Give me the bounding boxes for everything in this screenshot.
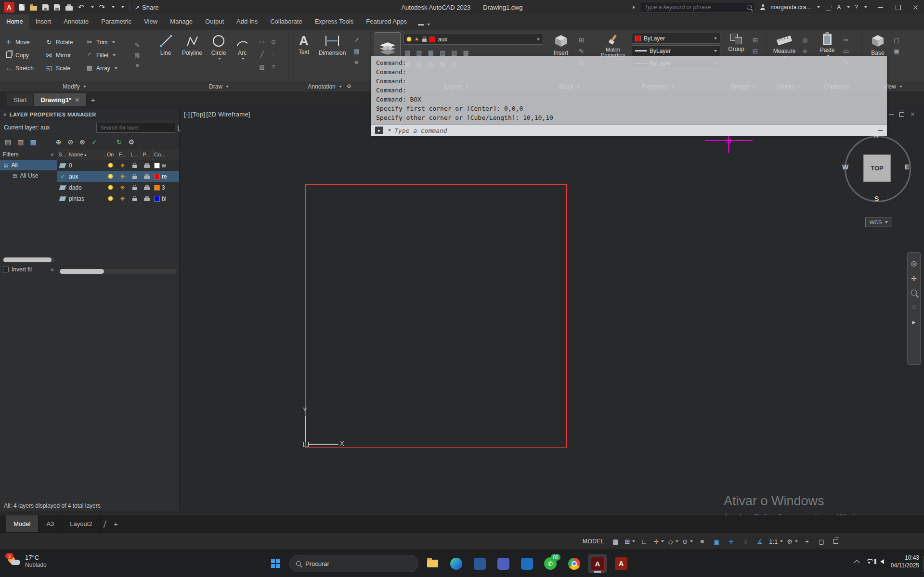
mirror-button[interactable]: ⋈Mirror <box>45 51 86 59</box>
refresh-icon[interactable]: ↻ <box>117 138 122 146</box>
donut-tool-icon[interactable]: ⊙ <box>271 38 276 45</box>
layer-states-icon[interactable]: ▦ <box>30 138 36 146</box>
filter-tree-all-used[interactable]: ▤ All Use <box>0 170 57 181</box>
group-button[interactable]: Group <box>724 30 749 55</box>
stretch-button[interactable]: ↔Stretch <box>5 64 45 72</box>
circle-button[interactable]: Circle <box>206 30 231 73</box>
group-tool-icon[interactable]: ⊟ <box>753 48 758 55</box>
filter-tree-all[interactable]: ▤ All <box>0 160 57 170</box>
copy-button[interactable]: Copy <box>5 51 45 59</box>
new-layout-button[interactable]: + <box>109 520 123 528</box>
sun-icon[interactable]: ☀ <box>120 196 125 202</box>
sun-icon[interactable]: ☀ <box>120 163 125 168</box>
command-prompt-icon[interactable]: ▸ <box>375 127 383 134</box>
annotation-scale-control[interactable]: 1:1 <box>767 536 785 547</box>
layer-search[interactable] <box>96 123 175 133</box>
command-input-bar[interactable]: ▸ Type a command <box>371 124 887 136</box>
tab-collaborate[interactable]: Collaborate <box>264 14 309 30</box>
color-swatch[interactable] <box>154 196 160 202</box>
weather-widget[interactable]: 3 17°C Nublado <box>8 554 47 568</box>
teams-icon[interactable] <box>494 554 513 573</box>
help-icon[interactable]: ? <box>855 4 858 11</box>
sun-icon[interactable]: ☀ <box>120 174 125 180</box>
tab-manage[interactable]: Manage <box>164 14 199 30</box>
clock[interactable]: 10:43 04/11/2025 <box>891 554 919 569</box>
object-snap-toggle[interactable]: ⊙ <box>680 536 695 547</box>
units-toggle[interactable]: ◌ <box>738 536 753 547</box>
group-tool-icon[interactable]: ⊞ <box>753 37 758 44</box>
tab-output[interactable]: Output <box>199 14 230 30</box>
command-options-caret-icon[interactable] <box>388 129 391 131</box>
command-input-placeholder[interactable]: Type a command <box>394 127 447 134</box>
doc-minimize-icon[interactable] <box>889 114 894 115</box>
view-tool-icon[interactable]: ▣ <box>894 48 899 55</box>
tab-layout2[interactable]: Layout2 <box>62 515 100 532</box>
layer-dropdown[interactable]: ☀ aux <box>403 34 543 45</box>
minimize-button[interactable] <box>872 0 889 14</box>
printer-icon[interactable] <box>144 176 150 179</box>
lineweight-toggle[interactable]: ≡ <box>695 536 709 547</box>
add-status-icons-button[interactable]: + <box>800 536 814 547</box>
undo-caret-icon[interactable] <box>91 6 94 8</box>
new-property-filter-icon[interactable]: ▤ <box>5 138 11 146</box>
save-as-icon[interactable] <box>54 4 60 11</box>
tray-overflow-icon[interactable] <box>854 560 860 566</box>
measure-button[interactable]: Measure <box>770 30 798 58</box>
panel-label-draw[interactable]: Draw <box>149 81 288 91</box>
bulb-icon[interactable] <box>108 174 113 179</box>
share-button[interactable]: ↗ Share <box>134 4 159 11</box>
fillet-button[interactable]: ◜Fillet <box>86 51 130 59</box>
close-tab-icon[interactable] <box>75 98 79 102</box>
whatsapp-icon[interactable]: ✆ 80 <box>541 554 560 573</box>
save-icon[interactable] <box>42 4 49 11</box>
layer-tool-icon[interactable]: ▦ <box>428 49 434 56</box>
layer-row-pintas[interactable]: pintas ☀ bl <box>57 193 179 204</box>
wrench-icon[interactable]: ⚙ <box>347 83 351 90</box>
autocad-app-icon[interactable]: A <box>4 2 14 13</box>
tab-start[interactable]: Start <box>7 93 34 106</box>
snap-toggle[interactable]: ⊞ <box>623 536 637 547</box>
utility-tool-icon[interactable]: ◎ <box>802 37 807 44</box>
start-button[interactable] <box>266 554 285 573</box>
ortho-toggle[interactable]: ∟ <box>637 536 651 547</box>
open-file-icon[interactable] <box>30 6 37 11</box>
layer-row-0[interactable]: 0 ☀ w <box>57 160 179 171</box>
bulb-icon[interactable] <box>108 196 113 201</box>
new-layer-vp-icon[interactable]: ⊘ <box>67 138 73 146</box>
viewport-minimize-control[interactable]: [-] <box>184 111 190 118</box>
base-button[interactable]: Base <box>866 30 890 56</box>
lines-icon[interactable]: ≡ <box>135 62 139 69</box>
viewcube-south[interactable]: S <box>874 195 879 203</box>
collapse-filters-icon[interactable]: « <box>51 151 54 158</box>
tab-home[interactable]: Home <box>0 14 29 30</box>
set-current-icon[interactable]: ✓ <box>91 138 97 146</box>
tab-featured-apps[interactable]: Featured Apps <box>360 14 413 30</box>
edge-icon[interactable] <box>446 554 466 573</box>
leader-icon[interactable]: ↗ <box>354 37 359 44</box>
redo-caret-icon[interactable] <box>112 6 115 8</box>
trim-button[interactable]: ✂Trim <box>86 38 130 46</box>
pan-icon[interactable]: ✛ <box>911 275 917 282</box>
zoom-icon[interactable] <box>911 290 917 296</box>
color-swatch[interactable] <box>154 185 160 191</box>
redo-icon[interactable]: ↷ <box>99 3 105 12</box>
printer-icon[interactable] <box>144 165 150 168</box>
printer-icon[interactable] <box>144 187 150 190</box>
wcs-button[interactable]: WCS <box>865 218 892 227</box>
account-icon[interactable] <box>760 4 766 10</box>
store-cart-icon[interactable] <box>825 6 832 11</box>
model-space-indicator[interactable]: MODEL <box>583 538 604 545</box>
scale-button[interactable]: ◱Scale <box>45 64 86 72</box>
acrobat-icon[interactable]: A <box>612 554 631 573</box>
copy-clip-icon[interactable]: ▭ <box>843 48 849 55</box>
annotation-visibility-toggle[interactable]: ∡ <box>753 536 767 547</box>
lock-icon[interactable] <box>132 198 137 201</box>
new-layer-icon[interactable]: ⊕ <box>56 138 62 146</box>
close-button[interactable] <box>907 0 924 14</box>
orbit-icon[interactable]: ◌ <box>912 303 916 310</box>
utility-tool-icon[interactable]: ✛ <box>802 48 807 55</box>
outlook-icon[interactable] <box>517 554 536 573</box>
rectangle-tool-icon[interactable]: ▭ <box>259 38 264 45</box>
pencil-icon[interactable]: ✎ <box>135 42 140 49</box>
lock-icon[interactable] <box>132 187 137 190</box>
